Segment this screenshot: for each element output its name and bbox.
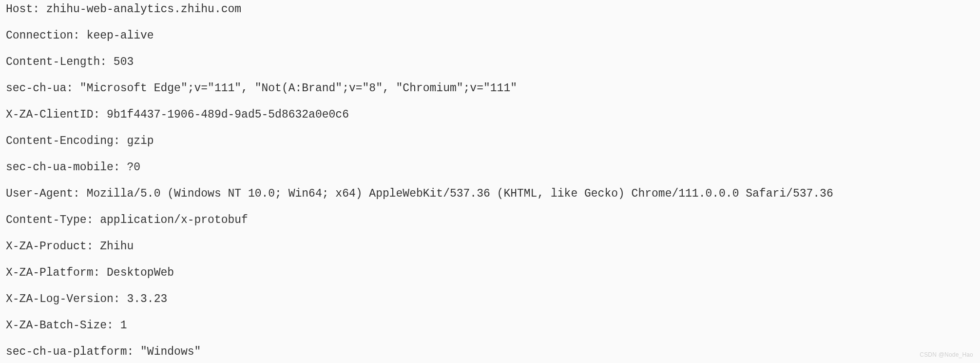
header-name: Content-Type	[6, 214, 87, 226]
header-row: Content-Length: 503	[6, 56, 974, 69]
header-row: X-ZA-Batch-Size: 1	[6, 319, 974, 332]
header-name: X-ZA-ClientID	[6, 108, 93, 121]
header-row: X-ZA-Platform: DesktopWeb	[6, 266, 974, 280]
header-value: zhihu-web-analytics.zhihu.com	[46, 3, 241, 16]
header-name: Content-Length	[6, 56, 100, 68]
header-name: Connection	[6, 29, 73, 42]
header-name: X-ZA-Batch-Size	[6, 319, 107, 332]
http-headers-block: Host: zhihu-web-analytics.zhihu.com Conn…	[0, 0, 980, 363]
header-value: 3.3.23	[127, 293, 167, 305]
header-row: sec-ch-ua-mobile: ?0	[6, 161, 974, 174]
header-name: Content-Encoding	[6, 135, 114, 147]
header-name: sec-ch-ua-mobile	[6, 161, 114, 174]
header-value: DesktopWeb	[107, 266, 174, 279]
header-value: ?0	[127, 161, 140, 174]
header-value: 503	[114, 56, 134, 68]
header-row: Connection: keep-alive	[6, 29, 974, 42]
header-name: User-Agent	[6, 187, 73, 200]
header-name: X-ZA-Product	[6, 240, 87, 253]
header-row: X-ZA-Product: Zhihu	[6, 240, 974, 253]
header-row: Content-Encoding: gzip	[6, 135, 974, 148]
header-value: 9b1f4437-1906-489d-9ad5-5d8632a0e0c6	[107, 108, 349, 121]
header-value: gzip	[127, 135, 154, 147]
header-value: "Microsoft Edge";v="111", "Not(A:Brand";…	[80, 82, 517, 95]
header-value: "Windows"	[140, 345, 201, 358]
header-value: 1	[120, 319, 127, 332]
header-value: Mozilla/5.0 (Windows NT 10.0; Win64; x64…	[87, 187, 833, 200]
header-row: Content-Type: application/x-protobuf	[6, 214, 974, 227]
header-name: X-ZA-Log-Version	[6, 293, 114, 305]
header-name: sec-ch-ua-platform	[6, 345, 127, 358]
header-name: sec-ch-ua	[6, 82, 66, 95]
header-value: application/x-protobuf	[100, 214, 248, 226]
header-name: Host	[6, 3, 33, 16]
header-row: Host: zhihu-web-analytics.zhihu.com	[6, 3, 974, 16]
header-row: X-ZA-ClientID: 9b1f4437-1906-489d-9ad5-5…	[6, 108, 974, 121]
header-row: sec-ch-ua-platform: "Windows"	[6, 345, 974, 359]
header-row: X-ZA-Log-Version: 3.3.23	[6, 293, 974, 306]
header-row: User-Agent: Mozilla/5.0 (Windows NT 10.0…	[6, 187, 974, 201]
header-value: Zhihu	[100, 240, 134, 253]
header-name: X-ZA-Platform	[6, 266, 93, 279]
header-row: sec-ch-ua: "Microsoft Edge";v="111", "No…	[6, 82, 974, 95]
header-value: keep-alive	[87, 29, 154, 42]
